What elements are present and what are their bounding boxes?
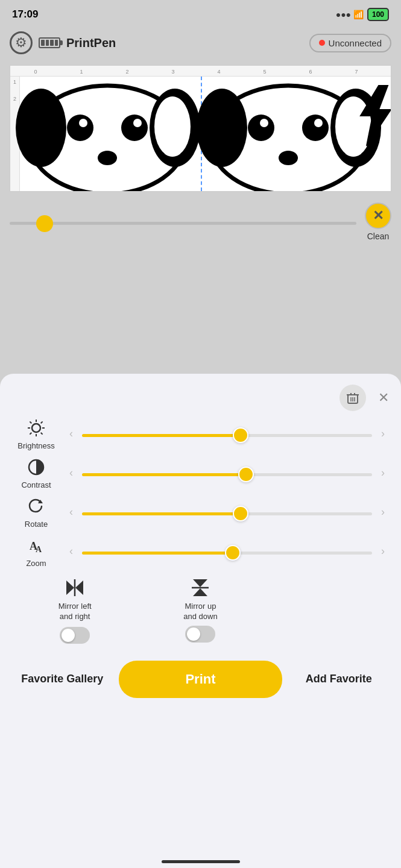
clean-label: Clean	[367, 231, 390, 241]
brightness-slider[interactable]	[82, 434, 372, 437]
trash-button[interactable]	[339, 385, 366, 411]
svg-point-13	[248, 115, 274, 141]
header: PrintPen Unconnected	[0, 27, 401, 59]
zoom-label-col: A A Zoom	[12, 535, 60, 568]
status-bar: 17:09 ●●● 📶 100	[0, 0, 401, 27]
brightness-inc[interactable]: ›	[377, 427, 389, 440]
rotate-icon	[25, 495, 47, 517]
ruler-tick: 0	[13, 69, 58, 75]
mirror-toggles-row: Mirror leftand right Mirror upand down	[12, 576, 389, 644]
svg-point-6	[121, 115, 148, 141]
mirror-up-toggle[interactable]	[185, 626, 215, 643]
mirror-left-knob	[62, 629, 75, 642]
contrast-slider[interactable]	[82, 473, 372, 476]
print-button[interactable]: Print	[119, 661, 283, 698]
svg-point-7	[133, 119, 142, 127]
ruler-tick: 5	[242, 69, 288, 75]
svg-line-32	[41, 433, 43, 435]
svg-point-4	[67, 115, 93, 141]
header-left: PrintPen	[10, 31, 116, 54]
app-name: PrintPen	[66, 36, 116, 50]
add-favorite-button[interactable]: Add Favorite	[288, 672, 389, 686]
mirror-left-icon-label: Mirror leftand right	[58, 576, 92, 622]
svg-point-10	[197, 89, 247, 167]
ruler-tick: 2	[104, 69, 150, 75]
contrast-row: Contrast ‹ ›	[12, 456, 389, 489]
mirror-up-col: Mirror upand down	[137, 576, 263, 643]
mirror-up-icon-label: Mirror upand down	[183, 576, 217, 622]
brightness-label-col: Brightness	[12, 417, 60, 450]
favorite-gallery-button[interactable]: Favorite Gallery	[12, 672, 113, 686]
svg-line-31	[30, 421, 31, 423]
rotate-label: Rotate	[25, 520, 48, 529]
rotate-slider[interactable]	[82, 512, 372, 515]
svg-point-12	[335, 96, 371, 157]
main-slider-wrap	[10, 216, 356, 227]
status-icons: ●●● 📶 100	[336, 8, 389, 21]
battery-badge: 100	[367, 8, 389, 21]
rotate-dec[interactable]: ‹	[65, 506, 77, 518]
battery-bar	[39, 37, 60, 48]
zoom-dec[interactable]: ‹	[65, 545, 77, 558]
zoom-slider-wrap	[82, 546, 372, 557]
zoom-row: A A Zoom ‹ ›	[12, 535, 389, 568]
brightness-row: Brightness ‹ ›	[12, 417, 389, 450]
svg-text:A: A	[36, 545, 42, 554]
main-slider[interactable]	[10, 222, 356, 225]
zoom-inc[interactable]: ›	[377, 545, 389, 558]
svg-point-16	[314, 119, 323, 127]
wifi-icon: ●●● 📶	[336, 10, 364, 19]
zoom-label: Zoom	[26, 559, 46, 568]
brightness-slider-wrap	[82, 429, 372, 439]
bottom-actions: Favorite Gallery Print Add Favorite	[12, 655, 389, 702]
home-bar	[162, 860, 240, 863]
ruler-tick: 8	[379, 69, 391, 75]
connection-status-button[interactable]: Unconnected	[309, 34, 391, 52]
rotate-slider-wrap	[82, 507, 372, 518]
svg-point-3	[154, 96, 191, 157]
dogs-svg	[11, 77, 391, 191]
zoom-slider[interactable]	[82, 552, 372, 555]
ruler-tick: 6	[288, 69, 333, 75]
contrast-inc[interactable]: ›	[377, 467, 389, 479]
svg-marker-44	[193, 588, 207, 596]
contrast-slider-wrap	[82, 468, 372, 479]
svg-point-26	[32, 424, 40, 432]
close-button[interactable]: ✕	[378, 391, 389, 404]
svg-point-14	[260, 119, 268, 127]
canvas-area: 0 1 2 3 4 5 6 7 8 1 2	[10, 65, 391, 192]
ruler-tick: 4	[196, 69, 242, 75]
mirror-left-label: Mirror leftand right	[58, 602, 92, 622]
svg-line-34	[30, 433, 31, 435]
svg-point-8	[98, 151, 117, 165]
mirror-up-icon	[189, 576, 212, 599]
rotate-row: Rotate ‹ ›	[12, 495, 389, 529]
status-time: 17:09	[12, 8, 38, 20]
brightness-dec[interactable]: ‹	[65, 427, 77, 440]
mirror-left-toggle[interactable]	[60, 627, 90, 644]
rotate-inc[interactable]: ›	[377, 506, 389, 518]
svg-marker-42	[193, 579, 207, 587]
zoom-icon: A A	[25, 535, 47, 556]
contrast-dec[interactable]: ‹	[65, 467, 77, 479]
contrast-label: Contrast	[21, 480, 51, 489]
brightness-label: Brightness	[17, 441, 54, 450]
ruler-tick: 7	[333, 69, 379, 75]
mirror-left-icon	[63, 576, 86, 599]
svg-line-33	[41, 421, 43, 423]
contrast-label-col: Contrast	[12, 456, 60, 489]
connection-dot-icon	[319, 40, 325, 46]
contrast-icon	[25, 456, 47, 478]
settings-icon[interactable]	[10, 31, 33, 54]
ruler-top: 0 1 2 3 4 5 6 7 8	[10, 66, 391, 77]
device-battery-icon	[39, 37, 60, 48]
trash-icon	[346, 391, 359, 404]
mirror-up-knob	[187, 627, 200, 641]
svg-marker-41	[75, 580, 83, 595]
sheet-top-actions: ✕	[12, 374, 389, 417]
svg-point-15	[302, 115, 329, 141]
svg-marker-39	[66, 580, 74, 595]
clean-button[interactable]: ✕ Clean	[365, 203, 391, 241]
bottom-sheet: ✕ Bright	[0, 374, 401, 868]
mirror-up-label: Mirror upand down	[183, 602, 217, 622]
